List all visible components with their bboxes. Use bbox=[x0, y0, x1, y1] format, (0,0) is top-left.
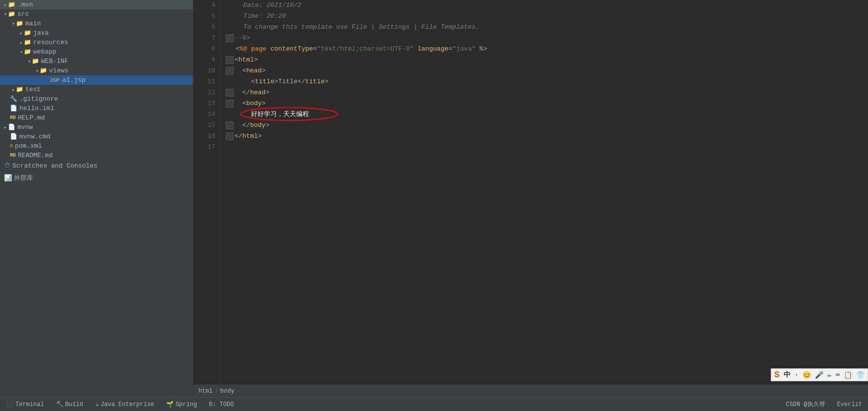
tag-title: title bbox=[255, 76, 274, 87]
fold-button-head[interactable]: - bbox=[226, 67, 234, 75]
iml-file-icon: 📄 bbox=[10, 105, 17, 112]
ime-mic-icon[interactable]: 🎤 bbox=[815, 371, 823, 379]
code-indent4 bbox=[235, 98, 243, 109]
line-num-8: 8 bbox=[193, 44, 215, 55]
fold-button-html[interactable]: - bbox=[226, 56, 234, 64]
todo-button[interactable]: 6: TODO bbox=[207, 400, 236, 409]
sidebar-item-label: WEB-INF bbox=[41, 58, 68, 65]
code-lt4: </ bbox=[298, 76, 306, 87]
tag-title-close: title bbox=[305, 76, 324, 87]
java-enterprise-label: Java Enterprise bbox=[101, 401, 154, 408]
line-num-4: 4 bbox=[193, 0, 215, 11]
arrow-icon bbox=[12, 87, 15, 93]
breadcrumb-body[interactable]: body bbox=[220, 388, 235, 395]
ime-shirt-icon[interactable]: 👕 bbox=[856, 371, 865, 379]
md-file-icon2: MD bbox=[10, 153, 16, 158]
directive-kw: %@ page bbox=[240, 44, 270, 55]
sidebar-item-mvn[interactable]: 📁 .mvn bbox=[0, 0, 193, 9]
ime-clipboard-icon[interactable]: 📋 bbox=[844, 371, 852, 379]
fold-button-head-close[interactable]: - bbox=[226, 89, 234, 97]
code-line-10: - <head> bbox=[226, 65, 868, 76]
sidebar-item-readmemd[interactable]: MD README.md bbox=[0, 151, 193, 160]
sidebar-item-webinf[interactable]: 📁 WEB-INF bbox=[0, 57, 193, 66]
sidebar-item-label: a1.jsp bbox=[62, 76, 86, 84]
code-content: --%> bbox=[235, 33, 250, 44]
sidebar-item-label: README.md bbox=[18, 152, 53, 159]
line-num-15: 15 bbox=[193, 120, 215, 131]
sidebar-item-a1jsp[interactable]: JSP a1.jsp bbox=[0, 75, 193, 85]
sidebar-item-java[interactable]: 📁 java bbox=[0, 28, 193, 38]
code-lt: < bbox=[235, 55, 239, 65]
arrow-icon bbox=[20, 49, 23, 55]
attr-val-lang: "java" bbox=[452, 44, 476, 55]
code-eq: = bbox=[313, 44, 317, 55]
sidebar-item-test[interactable]: 📁 test bbox=[0, 85, 193, 94]
ime-keyboard-icon[interactable]: ⌨️ bbox=[836, 371, 840, 379]
tag-html: html bbox=[239, 55, 254, 65]
code-line-11: <title>Title</title> bbox=[226, 76, 868, 87]
folder-icon: 📁 bbox=[32, 58, 39, 65]
sidebar-item-helloiml[interactable]: 📄 hello.iml bbox=[0, 104, 193, 113]
sidebar-item-label: views bbox=[49, 67, 68, 74]
sidebar-item-gitignore[interactable]: 🔧 .gitignore bbox=[0, 94, 193, 104]
arrow-icon bbox=[36, 68, 39, 74]
code-line-15: - </body> bbox=[226, 120, 868, 131]
code-lt7: </ bbox=[243, 120, 250, 131]
chinese-text: 好好学习，天天编程 bbox=[251, 109, 309, 120]
ime-emoji-icon[interactable]: 😊 bbox=[803, 371, 811, 379]
code-line-12: - </head> bbox=[226, 87, 868, 98]
line-num-5: 5 bbox=[193, 11, 215, 22]
sidebar-item-pomxml[interactable]: m pom.xml bbox=[0, 141, 193, 151]
arrow-icon bbox=[20, 40, 23, 46]
ime-lang-icon[interactable]: 中 bbox=[784, 370, 791, 379]
tag-head: head bbox=[246, 65, 261, 76]
sidebar-item-main[interactable]: 📁 main bbox=[0, 19, 193, 28]
code-line-16: - </html> bbox=[226, 131, 868, 142]
sidebar-item-mvnwcmd[interactable]: 📄 mvnw.cmd bbox=[0, 132, 193, 141]
folder-icon: 📁 bbox=[40, 67, 47, 74]
ime-dot-icon[interactable]: · bbox=[795, 371, 799, 379]
code-editor[interactable]: Date: 2021/10/2 Time: 20:20 To change th… bbox=[221, 0, 868, 384]
code-gt6: > bbox=[262, 98, 266, 109]
attr-contenttype: contentType bbox=[270, 44, 313, 55]
fold-button[interactable]: - bbox=[226, 34, 234, 42]
folder-icon: 📁 bbox=[8, 1, 15, 8]
fold-button-body[interactable]: - bbox=[226, 100, 234, 108]
code-line-9: - <html> bbox=[226, 55, 868, 65]
line-num-12: 12 bbox=[193, 87, 215, 98]
line-num-11: 11 bbox=[193, 76, 215, 87]
sidebar-item-helpmd[interactable]: MD HELP.md bbox=[0, 113, 193, 122]
code-lt2: < bbox=[243, 65, 247, 76]
code-line-7: - --%> bbox=[226, 33, 868, 44]
attr-lang: language bbox=[418, 44, 448, 55]
ime-s-logo: S bbox=[774, 370, 780, 380]
java-enterprise-icon: ☕ bbox=[95, 401, 99, 408]
sidebar-item-views[interactable]: 📁 views bbox=[0, 66, 193, 75]
line-num-17: 17 bbox=[193, 142, 215, 153]
code-gt7: > bbox=[265, 120, 269, 131]
sidebar-item-label: mvnw.cmd bbox=[19, 133, 50, 140]
sidebar-item-src[interactable]: 📁 src bbox=[0, 9, 193, 19]
scratches-consoles-item[interactable]: ⏱ Scratches and Consoles bbox=[0, 160, 193, 172]
sidebar-item-webapp[interactable]: 📁 webapp bbox=[0, 47, 193, 57]
fold-button-body-close[interactable]: - bbox=[226, 121, 234, 129]
ime-pen-icon[interactable]: ✏️ bbox=[827, 371, 831, 379]
tag-head-close: head bbox=[250, 87, 265, 98]
build-button[interactable]: 🔨 Build bbox=[54, 400, 85, 409]
terminal-button[interactable]: ⬛ Terminal bbox=[4, 400, 46, 409]
breadcrumb-html[interactable]: html bbox=[198, 388, 213, 395]
folder-icon: 📁 bbox=[8, 10, 15, 18]
sidebar-item-label: HELP.md bbox=[18, 114, 45, 121]
sidebar-item-label: resources bbox=[33, 39, 68, 46]
git-file-icon: 🔧 bbox=[10, 95, 17, 103]
sidebar-item-mvnw[interactable]: 📄 mvnw bbox=[0, 122, 193, 132]
code-line-4: Date: 2021/10/2 bbox=[226, 0, 868, 11]
ext-libs-item[interactable]: 📊 外部库 bbox=[0, 172, 193, 184]
java-enterprise-button[interactable]: ☕ Java Enterprise bbox=[93, 400, 156, 409]
mvn-icon: 📄 bbox=[8, 123, 15, 131]
code-container[interactable]: 4 5 6 7 8 9 10 11 12 13 14 15 16 17 bbox=[193, 0, 868, 384]
scratches-label: Scratches and Consoles bbox=[12, 162, 98, 170]
spring-button[interactable]: 🌱 Spring bbox=[164, 400, 199, 409]
sidebar-item-resources[interactable]: 📁 resources bbox=[0, 38, 193, 47]
fold-button-html-close[interactable]: - bbox=[226, 132, 234, 140]
